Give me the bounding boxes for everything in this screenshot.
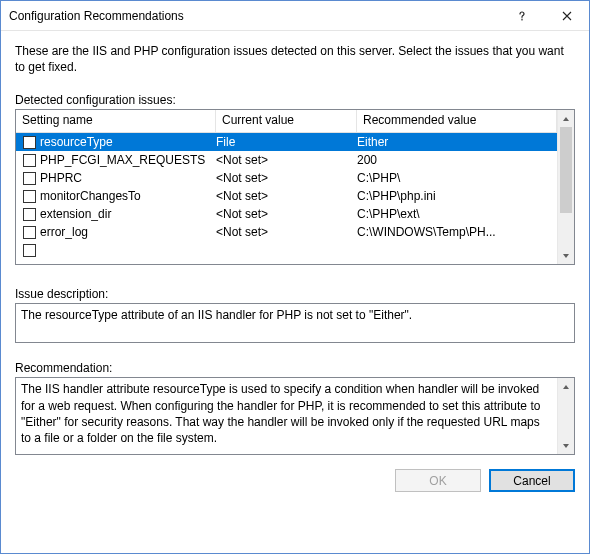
cell-setting: monitorChangesTo xyxy=(40,189,216,203)
row-checkbox-cell xyxy=(16,208,40,221)
recommendation-label: Recommendation: xyxy=(15,361,575,375)
scroll-thumb[interactable] xyxy=(560,127,572,213)
checkbox[interactable] xyxy=(23,244,36,257)
issue-description-label: Issue description: xyxy=(15,287,575,301)
issues-grid[interactable]: Setting name Current value Recommended v… xyxy=(15,109,575,265)
checkbox[interactable] xyxy=(23,226,36,239)
checkbox[interactable] xyxy=(23,154,36,167)
scroll-track[interactable] xyxy=(558,213,574,247)
recommendation-scrollbar[interactable] xyxy=(557,378,574,454)
cell-setting: PHP_FCGI_MAX_REQUESTS xyxy=(40,153,216,167)
cell-recommended: C:\PHP\php.ini xyxy=(357,189,557,203)
row-checkbox-cell xyxy=(16,244,40,257)
close-button[interactable] xyxy=(544,1,589,30)
intro-text: These are the IIS and PHP configuration … xyxy=(15,43,575,75)
cell-setting: error_log xyxy=(40,225,216,239)
cell-recommended: C:\PHP\ xyxy=(357,171,557,185)
checkbox[interactable] xyxy=(23,172,36,185)
row-checkbox-cell xyxy=(16,190,40,203)
table-row[interactable]: monitorChangesTo<Not set>C:\PHP\php.ini xyxy=(16,187,557,205)
cell-recommended: C:\PHP\ext\ xyxy=(357,207,557,221)
ok-button[interactable]: OK xyxy=(395,469,481,492)
row-checkbox-cell xyxy=(16,136,40,149)
recommendation-box[interactable]: The IIS handler attribute resourceType i… xyxy=(15,377,575,455)
cell-current: <Not set> xyxy=(216,171,357,185)
issue-description-text[interactable]: The resourceType attribute of an IIS han… xyxy=(15,303,575,343)
cell-current: <Not set> xyxy=(216,207,357,221)
row-checkbox-cell xyxy=(16,154,40,167)
table-row[interactable]: resourceTypeFileEither xyxy=(16,133,557,151)
table-row[interactable]: error_log<Not set>C:\WINDOWS\Temp\PH... xyxy=(16,223,557,241)
col-header-current[interactable]: Current value xyxy=(216,110,357,132)
close-icon xyxy=(562,11,572,21)
row-checkbox-cell xyxy=(16,226,40,239)
cell-setting: PHPRC xyxy=(40,171,216,185)
vertical-scrollbar[interactable] xyxy=(557,110,574,264)
cell-current: <Not set> xyxy=(216,189,357,203)
scroll-track[interactable] xyxy=(558,395,574,437)
table-row[interactable]: extension_dir<Not set>C:\PHP\ext\ xyxy=(16,205,557,223)
dialog-footer: OK Cancel xyxy=(1,455,589,506)
cell-current: <Not set> xyxy=(216,225,357,239)
cell-recommended: C:\WINDOWS\Temp\PH... xyxy=(357,225,557,239)
table-row[interactable]: PHP_FCGI_MAX_REQUESTS<Not set>200 xyxy=(16,151,557,169)
help-button[interactable] xyxy=(499,1,544,30)
detected-label: Detected configuration issues: xyxy=(15,93,575,107)
cancel-button[interactable]: Cancel xyxy=(489,469,575,492)
scroll-down-arrow[interactable] xyxy=(558,437,574,454)
cell-setting: resourceType xyxy=(40,135,216,149)
cell-recommended: Either xyxy=(357,135,557,149)
table-row[interactable]: PHPRC<Not set>C:\PHP\ xyxy=(16,169,557,187)
scroll-down-arrow[interactable] xyxy=(558,247,574,264)
cell-current: File xyxy=(216,135,357,149)
grid-header: Setting name Current value Recommended v… xyxy=(16,110,557,133)
col-header-recommended[interactable]: Recommended value xyxy=(357,110,557,132)
checkbox[interactable] xyxy=(23,190,36,203)
cell-setting: extension_dir xyxy=(40,207,216,221)
scroll-up-arrow[interactable] xyxy=(558,110,574,127)
window-title: Configuration Recommendations xyxy=(9,9,499,23)
checkbox[interactable] xyxy=(23,208,36,221)
table-row[interactable] xyxy=(16,241,557,259)
scroll-up-arrow[interactable] xyxy=(558,378,574,395)
cell-current: <Not set> xyxy=(216,153,357,167)
col-header-setting[interactable]: Setting name xyxy=(16,110,216,132)
cell-recommended: 200 xyxy=(357,153,557,167)
title-bar: Configuration Recommendations xyxy=(1,1,589,31)
recommendation-text: The IIS handler attribute resourceType i… xyxy=(16,378,557,454)
help-icon xyxy=(517,11,527,21)
row-checkbox-cell xyxy=(16,172,40,185)
checkbox[interactable] xyxy=(23,136,36,149)
